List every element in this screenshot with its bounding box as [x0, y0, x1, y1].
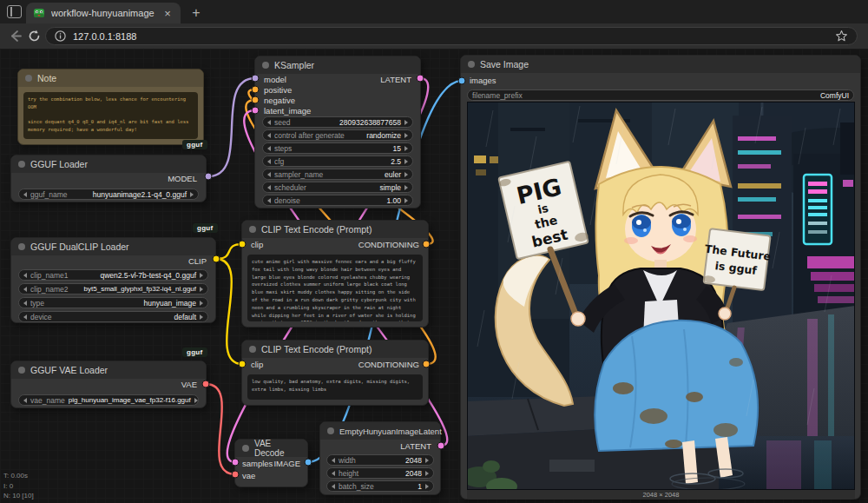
widget-vae-name[interactable]: vae_name pig_hunyuan_image_vae_fp32-f16.… [18, 394, 199, 406]
collapse-dot[interactable] [18, 161, 25, 168]
positive-prompt-text[interactable]: cute anime girl with massive fennec ears… [247, 255, 423, 321]
increment-icon[interactable] [200, 273, 203, 278]
collapse-dot[interactable] [18, 367, 25, 374]
output-latent: LATENT [400, 441, 431, 451]
input-latent-image: latent_image [264, 106, 311, 116]
collapse-dot[interactable] [249, 346, 256, 353]
node-title: GGUF DualCLIP Loader [30, 242, 129, 252]
link-clip-positive[interactable] [216, 244, 242, 259]
decrement-icon[interactable] [23, 398, 27, 403]
node-title: GGUF Loader [30, 159, 88, 169]
collapse-dot[interactable] [242, 445, 249, 452]
increment-icon[interactable] [200, 287, 203, 292]
widget-scheduler[interactable]: scheduler simple [262, 182, 413, 193]
decrement-icon[interactable] [23, 301, 27, 306]
decrement-icon[interactable] [267, 133, 271, 138]
widget-batch-size[interactable]: batch_size 1 [326, 480, 434, 492]
note-text[interactable]: try the combination below, less chance f… [23, 92, 198, 139]
decrement-icon[interactable] [267, 185, 271, 190]
sidebar-icon[interactable] [7, 5, 22, 18]
widget-width[interactable]: width 2048 [326, 454, 434, 466]
increment-icon[interactable] [200, 301, 203, 306]
status-iterations: I: 0 [3, 481, 34, 492]
widget-clip-name1[interactable]: clip_name1 qwen2.5-vl-7b-test-q4_0.gguf [18, 269, 208, 281]
increment-icon[interactable] [404, 146, 408, 151]
increment-icon[interactable] [194, 398, 198, 403]
node-vae-loader[interactable]: GGUF VAE Loader VAE vae_name pig_hunyuan… [10, 361, 207, 408]
collapse-dot[interactable] [249, 226, 256, 233]
node-title: EmptyHunyuanImageLatent [339, 427, 442, 436]
collapse-dot[interactable] [25, 75, 32, 82]
decrement-icon[interactable] [267, 159, 271, 164]
increment-icon[interactable] [425, 484, 429, 489]
widget-device[interactable]: device default [18, 311, 208, 322]
node-clip-encode-positive[interactable]: CLIP Text Encode (Prompt) clip CONDITION… [241, 220, 429, 328]
star-icon[interactable] [835, 30, 848, 43]
graph-canvas[interactable]: Note try the combination below, less cha… [0, 49, 868, 503]
node-clip-encode-negative[interactable]: CLIP Text Encode (Prompt) clip CONDITION… [241, 340, 429, 406]
collapse-dot[interactable] [18, 243, 25, 250]
node-gguf-loader[interactable]: GGUF Loader MODEL gguf_name hunyuanimage… [10, 155, 207, 202]
close-icon[interactable] [161, 8, 174, 19]
url-bar[interactable]: 127.0.0.1:8188 [45, 27, 858, 45]
node-title: Note [37, 73, 56, 83]
widget-height[interactable]: height 2048 [326, 467, 434, 479]
node-dualclip-loader[interactable]: GGUF DualCLIP Loader CLIP clip_name1 qwe… [10, 237, 216, 323]
decrement-icon[interactable] [267, 120, 271, 125]
collapse-dot[interactable] [262, 62, 269, 69]
status-node-count: N: 10 [10] [3, 491, 34, 501]
info-icon[interactable] [55, 30, 66, 42]
increment-icon[interactable] [404, 185, 408, 190]
increment-icon[interactable] [190, 192, 194, 197]
preview-image[interactable]: PIG is the best The Future is gguf [467, 102, 855, 490]
decrement-icon[interactable] [23, 287, 27, 292]
node-vae-decode[interactable]: VAE Decode samples IMAGE vae [234, 439, 308, 487]
widget-seed[interactable]: seed 280932638877658 [262, 116, 413, 128]
widget-sampler-name[interactable]: sampler_name euler [262, 169, 413, 180]
collapse-dot[interactable] [327, 427, 334, 434]
node-title: CLIP Text Encode (Prompt) [261, 344, 372, 354]
increment-icon[interactable] [404, 198, 408, 203]
increment-icon[interactable] [404, 172, 408, 177]
widget-filename-prefix[interactable]: filename_prefix ComfyUI [467, 89, 854, 101]
node-save-image[interactable]: Save Image images filename_prefix ComfyU… [460, 55, 861, 500]
widget-cfg[interactable]: cfg 2.5 [262, 156, 413, 167]
input-vae: vae [242, 471, 255, 480]
widget-steps[interactable]: steps 15 [262, 142, 413, 154]
widget-control-after-generate[interactable]: control after generate randomize [262, 129, 413, 141]
back-icon[interactable] [8, 29, 23, 43]
browser-tab[interactable]: workflow-hunyuanimage [26, 3, 181, 23]
node-ksampler[interactable]: KSampler model LATENT positive negative … [254, 56, 421, 208]
widget-clip-name2[interactable]: clip_name2 byt5_small_glyphxl_fp32-iq4_n… [18, 283, 208, 295]
gguf-badge: gguf [193, 223, 218, 233]
decrement-icon[interactable] [267, 198, 271, 203]
link-clip-negative[interactable] [216, 259, 242, 364]
widget-type[interactable]: type hunyuan_image [18, 297, 208, 308]
neon-sign-panel [804, 175, 832, 244]
negative-prompt-text[interactable]: low quality, bad anatomy, extra digits, … [247, 374, 423, 400]
input-positive: positive [264, 85, 292, 95]
node-note[interactable]: Note try the combination below, less cha… [17, 69, 204, 145]
decrement-icon[interactable] [332, 484, 335, 489]
decrement-icon[interactable] [332, 471, 335, 476]
decrement-icon[interactable] [23, 314, 27, 320]
new-tab-icon[interactable] [187, 4, 205, 22]
image-dimensions-caption: 2048 × 2048 [467, 490, 855, 500]
increment-icon[interactable] [425, 458, 429, 463]
decrement-icon[interactable] [23, 192, 27, 197]
widget-gguf-name[interactable]: gguf_name hunyuanimage2.1-q4_0.gguf [18, 189, 199, 200]
increment-icon[interactable] [404, 120, 408, 125]
node-empty-latent[interactable]: EmptyHunyuanImageLatent LATENT width 204… [319, 421, 441, 495]
collapse-dot[interactable] [468, 61, 475, 68]
decrement-icon[interactable] [267, 172, 271, 177]
increment-icon[interactable] [200, 314, 203, 320]
refresh-icon[interactable] [27, 29, 42, 43]
decrement-icon[interactable] [23, 273, 27, 278]
increment-icon[interactable] [425, 471, 429, 476]
output-vae: VAE [181, 380, 197, 389]
widget-denoise[interactable]: denoise 1.00 [262, 195, 413, 206]
decrement-icon[interactable] [267, 146, 271, 151]
increment-icon[interactable] [404, 133, 408, 138]
increment-icon[interactable] [404, 159, 408, 164]
decrement-icon[interactable] [332, 458, 335, 463]
